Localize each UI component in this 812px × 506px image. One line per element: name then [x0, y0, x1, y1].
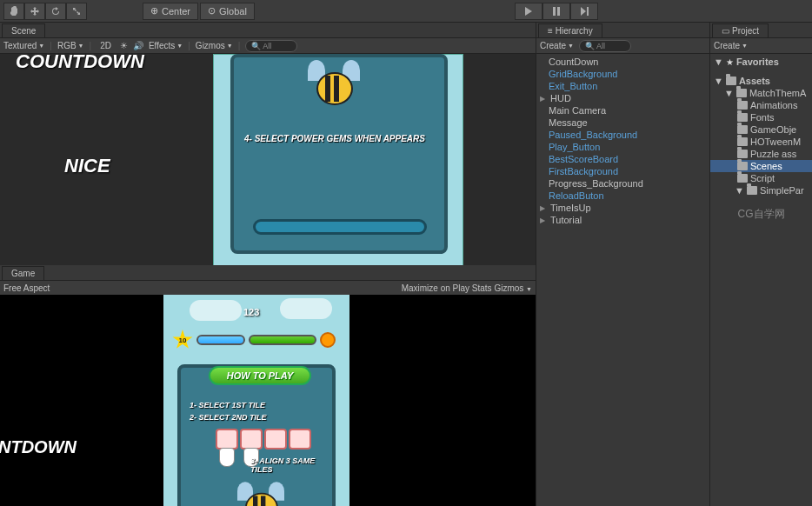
pause-button-game[interactable]	[320, 332, 336, 348]
game-view[interactable]: NTDOWN 123 10 HOW TO PLAY 1- SELECT 1ST …	[0, 295, 536, 506]
scene-tab[interactable]: Scene	[2, 23, 45, 37]
folder-icon	[726, 77, 736, 85]
play-controls	[515, 3, 598, 20]
folder-icon	[737, 174, 748, 183]
folder-icon	[737, 162, 748, 170]
audio-icon[interactable]: 🔊	[133, 41, 143, 50]
how-line3: 3- ALIGN 3 SAME TILES	[250, 456, 332, 474]
hierarchy-tabs: ≡Hierarchy	[536, 23, 709, 38]
scale-tool[interactable]	[66, 3, 87, 20]
center-icon: ⊕	[150, 5, 158, 17]
nice-text: NICE	[64, 155, 110, 177]
hierarchy-item[interactable]: ReloadButon	[536, 190, 709, 202]
aspect-dropdown[interactable]: Free Aspect	[3, 283, 50, 293]
move-tool[interactable]	[24, 3, 45, 20]
how-line1: 1- SELECT 1ST TILE	[190, 401, 265, 409]
project-item[interactable]: HOTweenM	[710, 136, 812, 148]
global-icon: ⊙	[208, 5, 216, 17]
gizmos-dropdown[interactable]: Gizmos ▼	[196, 41, 233, 50]
hierarchy-item[interactable]: FirstBackground	[536, 165, 709, 177]
how-title: HOW TO PLAY	[209, 366, 311, 385]
project-item[interactable]: GameObje	[710, 123, 812, 136]
hierarchy-item[interactable]: CountDown	[536, 56, 709, 68]
pivot-mode[interactable]: ⊕Center	[143, 3, 198, 20]
game-gizmos[interactable]: Gizmos ▼	[494, 283, 532, 293]
effects-dropdown[interactable]: Effects ▼	[149, 41, 183, 50]
hierarchy-toolbar: Create ▼ 🔍 All	[536, 38, 709, 54]
pause-button[interactable]	[542, 3, 570, 20]
2d-toggle[interactable]: 2D	[97, 41, 115, 50]
game-toolbar: Free Aspect Maximize on Play Stats Gizmo…	[0, 281, 536, 295]
expand-arrow[interactable]: ▼	[735, 185, 744, 196]
modal-progress	[253, 219, 427, 235]
rotate-tool[interactable]	[45, 3, 66, 20]
scene-tabs: Scene	[0, 23, 536, 38]
score: 123	[243, 307, 259, 317]
project-item[interactable]: Script	[710, 172, 812, 184]
render-mode[interactable]: RGB ▼	[57, 41, 84, 50]
expand-arrow[interactable]: ▼	[724, 88, 734, 98]
how-line2: 2- SELECT 2ND TILE	[190, 413, 267, 422]
tile-row	[216, 429, 311, 449]
hierarchy-item[interactable]: ▶TimeIsUp	[536, 202, 709, 214]
tutorial-modal: 4- SELECT POWER GEMS WHEN APPEARS	[230, 54, 448, 254]
countdown-text: COUNTDOWN	[16, 54, 144, 73]
game-frame: 123 10 HOW TO PLAY 1- SELECT 1ST TILE 2-…	[163, 295, 349, 506]
list-icon: ≡	[548, 26, 553, 36]
hierarchy-item[interactable]: GridBackground	[536, 68, 709, 80]
tile	[216, 429, 238, 449]
scene-search[interactable]: 🔍 All	[245, 40, 297, 52]
project-item[interactable]: Scenes	[710, 160, 812, 172]
hierarchy-list[interactable]: CountDownGridBackgroundExit_Button▶HUDMa…	[536, 54, 709, 506]
maximize-toggle[interactable]: Maximize on Play	[402, 283, 469, 293]
hierarchy-item[interactable]: ▶Tutorial	[536, 214, 709, 226]
folder-icon	[747, 186, 757, 195]
handle-mode[interactable]: ⊙Global	[200, 3, 255, 20]
folder-icon	[737, 137, 748, 146]
game-tab[interactable]: Game	[2, 266, 44, 280]
hierarchy-item[interactable]: Play_Button	[536, 141, 709, 153]
hierarchy-item[interactable]: Main Camera	[536, 104, 709, 117]
project-item[interactable]: Animations	[710, 99, 812, 111]
project-tabs: ▭Project	[710, 23, 812, 38]
tile	[240, 429, 263, 449]
hierarchy-item[interactable]: Progress_Background	[536, 177, 709, 190]
folder-icon	[737, 101, 748, 110]
expand-arrow[interactable]: ▶	[538, 204, 547, 212]
project-item[interactable]: Fonts	[710, 111, 812, 123]
create-dropdown[interactable]: Create ▼	[540, 41, 574, 50]
scene-toolbar: Textured ▼ | RGB ▼ | 2D ☀ 🔊 Effects ▼ | …	[0, 38, 536, 54]
assets-folder[interactable]: ▼Assets	[710, 75, 812, 87]
project-list[interactable]: ▼★Favorites ▼Assets ▼MatchThemAAnimation…	[710, 54, 812, 506]
create-dropdown[interactable]: Create ▼	[714, 41, 748, 50]
hierarchy-item[interactable]: Message	[536, 117, 709, 129]
time-bar	[249, 335, 316, 345]
project-item[interactable]: Puzzle ass	[710, 148, 812, 160]
play-button[interactable]	[515, 3, 542, 20]
hierarchy-item[interactable]: BestScoreBoard	[536, 153, 709, 165]
light-icon[interactable]: ☀	[120, 41, 128, 50]
shading-mode[interactable]: Textured ▼	[3, 41, 44, 50]
hierarchy-item[interactable]: Exit_Button	[536, 80, 709, 92]
project-item[interactable]: ▼SimplePar	[710, 184, 812, 196]
game-tabs: Game	[0, 265, 536, 281]
hand-icon	[219, 448, 235, 467]
bee-icon	[308, 62, 360, 114]
expand-arrow[interactable]: ▶	[538, 216, 547, 224]
hand-tool[interactable]	[3, 3, 24, 20]
footer-text: CG自学网	[710, 207, 812, 222]
hierarchy-item[interactable]: Paused_Background	[536, 129, 709, 141]
star-icon: 10	[172, 330, 193, 350]
hierarchy-search[interactable]: 🔍 All	[579, 40, 631, 52]
project-item[interactable]: ▼MatchThemA	[710, 87, 812, 99]
stats-toggle[interactable]: Stats	[472, 283, 492, 293]
hierarchy-item[interactable]: ▶HUD	[536, 92, 709, 104]
expand-arrow[interactable]: ▶	[538, 95, 547, 103]
folder-icon	[737, 113, 748, 122]
hierarchy-tab[interactable]: ≡Hierarchy	[538, 23, 602, 37]
favorites-folder[interactable]: ▼★Favorites	[710, 56, 812, 68]
step-button[interactable]	[570, 3, 598, 20]
folder-icon	[736, 89, 747, 97]
project-tab[interactable]: ▭Project	[712, 23, 769, 37]
scene-view[interactable]: COUNTDOWN NICE 4- SELECT POWER GEMS WHEN…	[0, 54, 536, 265]
